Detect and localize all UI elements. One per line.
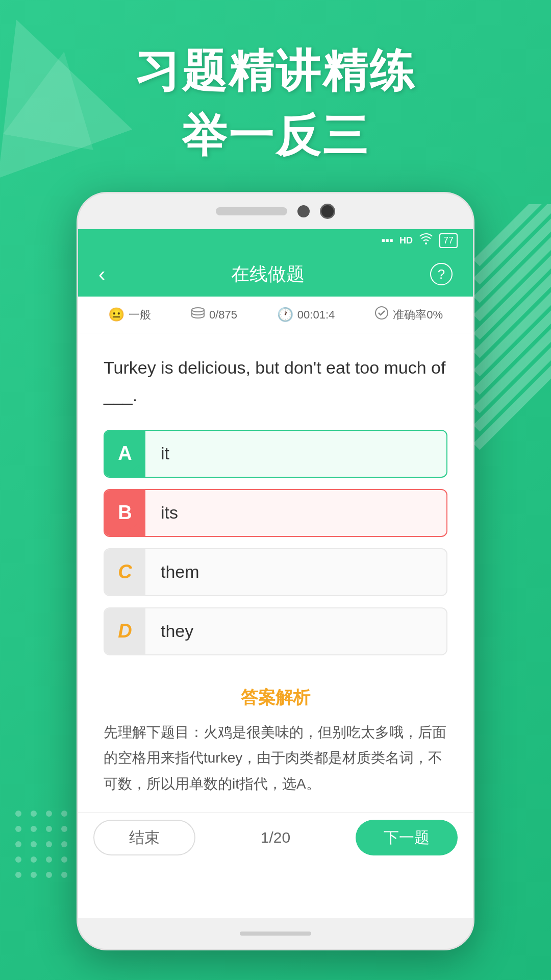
question-area: Turkey is delicious, but don't eat too m… bbox=[78, 333, 473, 671]
option-a-label: A ✔ bbox=[105, 431, 145, 477]
header-title-line1: 习题精讲精练 bbox=[0, 41, 551, 102]
phone-wrapper: ▪▪▪ HD 77 ‹ 在线做题 ? bbox=[0, 192, 551, 950]
progress-indicator: 0/875 bbox=[191, 307, 237, 323]
end-button[interactable]: 结束 bbox=[93, 820, 195, 855]
option-b-text: its bbox=[145, 503, 193, 523]
difficulty-label: 一般 bbox=[129, 307, 151, 323]
accuracy-icon bbox=[374, 306, 389, 324]
option-c[interactable]: C them bbox=[104, 548, 447, 596]
phone-frame: ▪▪▪ HD 77 ‹ 在线做题 ? bbox=[77, 192, 474, 950]
phone-screen: ▪▪▪ HD 77 ‹ 在线做题 ? bbox=[78, 229, 473, 918]
camera-lens bbox=[320, 204, 335, 219]
difficulty-icon: 😐 bbox=[108, 307, 124, 323]
info-bar: 😐 一般 0/875 🕐 00:01:4 bbox=[78, 297, 473, 333]
difficulty-indicator: 😐 一般 bbox=[108, 307, 151, 323]
help-button[interactable]: ? bbox=[430, 263, 453, 285]
option-d-label: D bbox=[105, 608, 145, 654]
timer-indicator: 🕐 00:01:4 bbox=[277, 307, 335, 323]
home-indicator bbox=[240, 932, 311, 936]
analysis-section: 答案解析 先理解下题目：火鸡是很美味的，但别吃太多哦，后面的空格用来指代turk… bbox=[78, 671, 473, 812]
header-section: 习题精讲精练 举一反三 bbox=[0, 0, 551, 187]
progress-icon bbox=[191, 307, 205, 323]
timer-icon: 🕐 bbox=[277, 307, 293, 323]
option-a[interactable]: A ✔ it bbox=[104, 430, 447, 478]
battery-indicator: 77 bbox=[439, 233, 458, 248]
option-c-text: them bbox=[145, 562, 215, 582]
page-indicator: 1/20 bbox=[261, 829, 290, 846]
option-b-label: B ✖ bbox=[105, 490, 145, 536]
accuracy-indicator: 准确率0% bbox=[374, 306, 443, 324]
svg-point-1 bbox=[375, 307, 388, 319]
options-list: A ✔ it B ✖ its bbox=[104, 430, 447, 655]
status-bar: ▪▪▪ HD 77 bbox=[78, 229, 473, 252]
analysis-text: 先理解下题目：火鸡是很美味的，但别吃太多哦，后面的空格用来指代turkey，由于… bbox=[104, 720, 447, 797]
speaker-grille bbox=[216, 207, 287, 215]
option-a-text: it bbox=[145, 444, 185, 463]
next-button[interactable]: 下一题 bbox=[356, 820, 458, 855]
nav-bar: ‹ 在线做题 ? bbox=[78, 252, 473, 297]
svg-point-0 bbox=[192, 308, 204, 312]
option-c-label: C bbox=[105, 549, 145, 595]
nav-title: 在线做题 bbox=[231, 262, 305, 287]
header-title-line2: 举一反三 bbox=[0, 106, 551, 166]
back-button[interactable]: ‹ bbox=[98, 263, 105, 286]
phone-notch bbox=[78, 193, 473, 229]
bottom-bar: 结束 1/20 下一题 bbox=[78, 812, 473, 863]
progress-label: 0/875 bbox=[209, 308, 237, 322]
analysis-title: 答案解析 bbox=[104, 686, 447, 709]
option-b[interactable]: B ✖ its bbox=[104, 489, 447, 537]
option-d-text: they bbox=[145, 621, 209, 641]
wrong-x-icon: ✖ bbox=[127, 521, 147, 537]
correct-check-icon: ✔ bbox=[127, 461, 147, 478]
timer-label: 00:01:4 bbox=[297, 308, 335, 322]
phone-bottom bbox=[78, 918, 473, 949]
front-camera bbox=[297, 205, 310, 217]
question-text: Turkey is delicious, but don't eat too m… bbox=[104, 354, 447, 409]
accuracy-label: 准确率0% bbox=[393, 307, 443, 323]
wifi-icon bbox=[419, 233, 433, 248]
signal-icon: ▪▪▪ bbox=[382, 234, 393, 247]
option-d[interactable]: D they bbox=[104, 607, 447, 655]
hd-badge: HD bbox=[399, 235, 413, 246]
